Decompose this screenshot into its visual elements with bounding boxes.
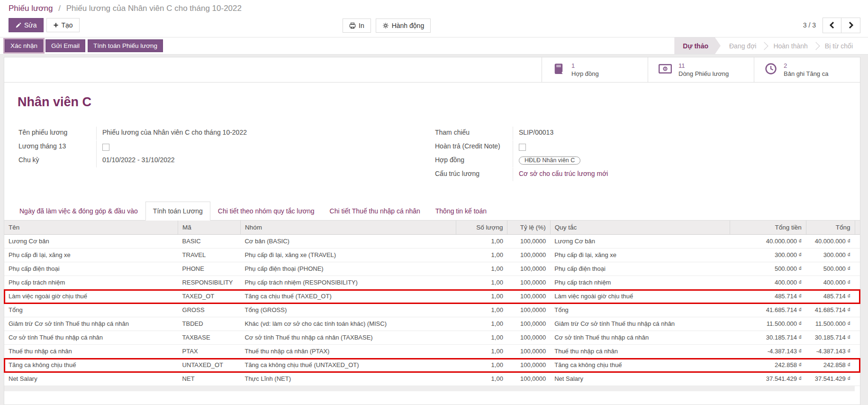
cell-rule: Net Salary (550, 372, 730, 386)
edit-button-label: Sửa (24, 21, 37, 29)
table-footer-endpad (855, 386, 860, 391)
compute-payslip-button[interactable]: Tính toán Phiếu lương (88, 39, 163, 52)
table-row[interactable]: Lương Cơ bảnBASICCơ bản (BASIC)1,00100,0… (4, 235, 860, 249)
column-header-Quy tắc[interactable]: Quy tắc (550, 221, 730, 235)
cell-rate: 100,0000 (507, 276, 550, 290)
pager-next-button[interactable] (841, 18, 860, 33)
table-row[interactable]: Thuế thu nhập cá nhânPTAXThuế thu nhập c… (4, 345, 860, 359)
column-header-Tổng tiền[interactable]: Tổng tiền (730, 221, 806, 235)
print-button[interactable]: In (343, 18, 371, 33)
field-group-right: Tham chiếuSLIP/00013Hoàn trả (Credit Not… (432, 127, 849, 182)
reference-field: Tham chiếuSLIP/00013 (432, 127, 815, 140)
contracts-stat-button[interactable]: 1Hợp đồng (542, 57, 648, 82)
column-header-Mã[interactable]: Mã (178, 221, 241, 235)
cell-amount: 300.000 ₫ (730, 249, 806, 262)
create-button[interactable]: Tạo (46, 18, 80, 32)
stage-waiting[interactable]: Đang đợi (721, 37, 765, 54)
confirm-button[interactable]: Xác nhận (5, 39, 43, 52)
contracts-stat-button-text: 1Hợp đồng (571, 62, 599, 78)
cell-rule: Phụ cấp đi lại, xăng xe (550, 249, 730, 262)
sheet-inner: Nhân viên C Tên phiếu lươngPhiếu lương c… (4, 83, 860, 182)
cell-name: Cơ sở tính Thuế thu nhập cá nhân (4, 331, 178, 345)
tab-salary-computation[interactable]: Tính toán Lương (145, 202, 210, 221)
payslip-lines-stat-button[interactable]: 11Dòng Phiếu lương (648, 57, 754, 82)
salary-structure-field-value: Cơ sở cho cấu trúc lương mới (513, 168, 815, 181)
table-row[interactable]: Phụ cấp trách nhiệmRESPONSIBILITYPhụ cấp… (4, 276, 860, 290)
plus-icon (53, 22, 59, 28)
cell-amount: 500.000 ₫ (730, 262, 806, 276)
table-row[interactable]: Giảm trừ Cơ sở tính Thuế thu nhập cá nhâ… (4, 317, 860, 331)
overtime-records-stat-button[interactable]: 2Bản ghi Tăng ca (754, 57, 860, 82)
column-header-Số lượng[interactable]: Số lượng (456, 221, 507, 235)
salary-structure-field-link[interactable]: Cơ sở cho cấu trúc lương mới (519, 170, 608, 177)
tab-details-by-rule-category[interactable]: Chi tiết theo nhóm quy tắc lương (210, 202, 322, 221)
tab-accounting-info[interactable]: Thông tin kế toán (428, 202, 494, 221)
cell-rule: Giảm trừ Cơ sở tính Thuế thu nhập cá nhâ… (550, 317, 730, 331)
stage-rejected[interactable]: Bị từ chối (816, 37, 861, 54)
cell-amount: 41.685.714 ₫ (730, 304, 806, 317)
table-footer-strip (4, 386, 855, 391)
cell-name: Net Salary (4, 372, 178, 386)
credit-note-field-checkbox[interactable] (519, 144, 526, 151)
stage-draft[interactable]: Dự thảo (674, 37, 721, 54)
clock-icon (765, 63, 777, 77)
form-sheet: 1Hợp đồng11Dòng Phiếu lương2Bản ghi Tăng… (4, 57, 860, 405)
table-row[interactable]: Làm việc ngoài giờ chịu thuếTAXED_OTTăng… (4, 290, 860, 304)
table-row[interactable]: Phụ cấp điện thoạiPHONEPhụ cấp điện thoạ… (4, 262, 860, 276)
chevron-left-icon (829, 22, 835, 28)
create-button-label: Tạo (62, 21, 73, 29)
salary-structure-field-label: Cấu trúc lương (432, 168, 513, 179)
cell-name: Tăng ca không chịu thuế (4, 359, 178, 372)
cell-name: Tổng (4, 304, 178, 317)
contract-field-tag[interactable]: HĐLĐ Nhân viên C (519, 156, 580, 165)
table-row[interactable]: TổngGROSSTổng (GROSS)1,00100,0000Tổng41.… (4, 304, 860, 317)
contract-field-value: HĐLĐ Nhân viên C (513, 154, 815, 167)
send-email-button[interactable]: Gửi Email (45, 39, 85, 52)
cell-group: Khác (vd: làm cơ sở cho các tính toán kh… (240, 317, 456, 331)
tab-personal-income-tax[interactable]: Chi tiết Thuế thu nhập cá nhân (322, 202, 428, 221)
cell-rule: Thuế thu nhập cá nhân (550, 345, 730, 359)
contract-field: Hợp đồngHĐLĐ Nhân viên C (432, 154, 815, 168)
tab-worked-days[interactable]: Ngày đã làm việc & đóng góp & đầu vào (12, 202, 145, 221)
breadcrumb-parent-link[interactable]: Phiếu lương (9, 4, 53, 13)
payslip-lines-stat-button-text: 11Dòng Phiếu lương (678, 62, 729, 78)
action-button[interactable]: Hành động (376, 18, 431, 33)
cell-blank (855, 235, 860, 249)
cell-total: 30.185.714 ₫ (806, 331, 855, 345)
column-header-Tỷ lệ (%)[interactable]: Tỷ lệ (%) (507, 221, 550, 235)
pager-previous-button[interactable] (823, 18, 841, 33)
pager: 3 / 3 (803, 18, 860, 33)
cell-amount: -4.387.143 ₫ (730, 345, 806, 359)
cell-rule: Lương Cơ bản (550, 235, 730, 249)
cell-quantity: 1,00 (456, 372, 507, 386)
stat-label: Hợp đồng (571, 70, 599, 78)
cell-code: PTAX (178, 345, 241, 359)
cell-code: GROSS (178, 304, 241, 317)
chevron-right-icon (848, 22, 854, 28)
cell-rate: 100,0000 (507, 359, 550, 372)
cell-rule: Cơ sở tính Thuế thu nhập cá nhân (550, 331, 730, 345)
cell-name: Giảm trừ Cơ sở tính Thuế thu nhập cá nhâ… (4, 317, 178, 331)
reference-field-value[interactable]: SLIP/00013 (513, 127, 815, 140)
stat-button-row: 1Hợp đồng11Dòng Phiếu lương2Bản ghi Tăng… (4, 57, 860, 83)
cell-group: Tăng ca không chịu thuế (UNTAXED_OT) (240, 359, 456, 372)
column-header-Tổng[interactable]: Tổng (806, 221, 855, 235)
thirteenth-salary-field-checkbox[interactable] (102, 144, 109, 151)
gear-icon (382, 22, 389, 29)
print-button-label: In (359, 22, 364, 29)
column-header-Nhóm[interactable]: Nhóm (240, 221, 456, 235)
cell-quantity: 1,00 (456, 262, 507, 276)
table-row[interactable]: Tăng ca không chịu thuếUNTAXED_OTTăng ca… (4, 359, 860, 372)
cell-group: Thực Lĩnh (NET) (240, 372, 456, 386)
pencil-icon (15, 22, 21, 28)
edit-button[interactable]: Sửa (9, 18, 44, 32)
cell-amount: 400.000 ₫ (730, 276, 806, 290)
thirteenth-salary-field-label: Lương tháng 13 (16, 140, 96, 152)
table-row[interactable]: Net SalaryNETThực Lĩnh (NET)1,00100,0000… (4, 372, 860, 386)
stage-done[interactable]: Hoàn thành (765, 37, 816, 54)
table-row[interactable]: Cơ sở tính Thuế thu nhập cá nhânTAXBASEC… (4, 331, 860, 345)
period-field-value[interactable]: 01/10/2022 - 31/10/2022 (96, 154, 399, 167)
table-row[interactable]: Phụ cấp đi lại, xăng xeTRAVELPhụ cấp đi … (4, 249, 860, 262)
payslip-name-field-value[interactable]: Phiếu lương của Nhân viên C cho tháng 10… (96, 127, 399, 140)
column-header-Tên[interactable]: Tên (4, 221, 178, 235)
